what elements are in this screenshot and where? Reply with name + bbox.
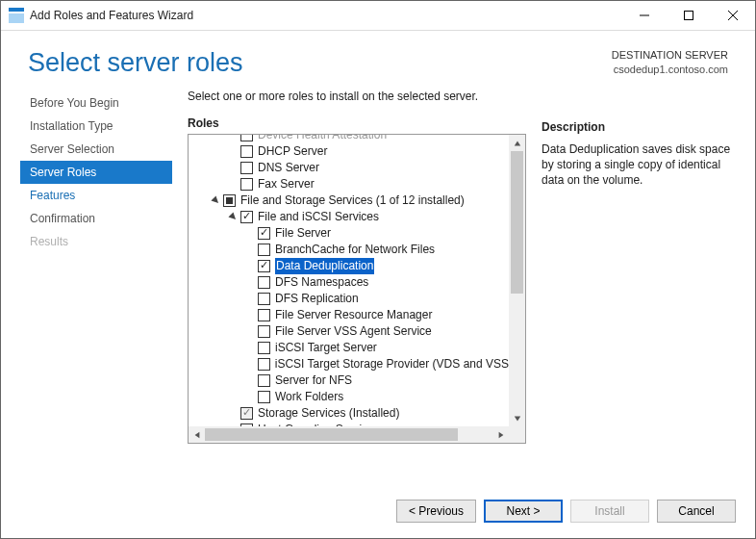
tree-checkbox[interactable]: [240, 162, 253, 174]
tree-checkbox[interactable]: [240, 211, 253, 223]
tree-node-label[interactable]: DFS Replication: [275, 291, 359, 307]
tree-row[interactable]: File Server Resource Manager: [192, 307, 509, 323]
tree-checkbox[interactable]: [240, 178, 253, 191]
tree-node-label[interactable]: iSCSI Target Server: [275, 340, 377, 356]
description-text: Data Deduplication saves disk space by s…: [542, 138, 734, 189]
previous-button[interactable]: < Previous: [396, 500, 476, 523]
tree-node-label[interactable]: Device Health Attestation: [258, 135, 387, 143]
roles-label: Roles: [188, 116, 526, 134]
horizontal-scrollbar[interactable]: [189, 426, 509, 443]
next-button[interactable]: Next >: [484, 500, 563, 523]
tree-node-label[interactable]: Data Deduplication: [275, 258, 374, 274]
nav-step-2[interactable]: Server Selection: [20, 138, 172, 161]
header: Select server roles DESTINATION SERVER c…: [1, 31, 755, 88]
tree-checkbox[interactable]: [258, 325, 270, 338]
tree-row[interactable]: File and Storage Services (1 of 12 insta…: [192, 192, 509, 209]
window-title: Add Roles and Features Wizard: [30, 9, 622, 22]
nav-step-0[interactable]: Before You Begin: [20, 91, 172, 115]
tree-checkbox[interactable]: [258, 374, 270, 387]
vertical-scroll-thumb[interactable]: [511, 151, 523, 294]
scroll-right-arrow[interactable]: [492, 426, 509, 443]
scroll-left-arrow[interactable]: [189, 426, 205, 443]
titlebar: Add Roles and Features Wizard: [1, 1, 755, 31]
roles-tree[interactable]: Device Health AttestationDHCP ServerDNS …: [188, 134, 526, 444]
tree-checkbox[interactable]: [240, 145, 253, 158]
tree-node-label[interactable]: DHCP Server: [258, 143, 327, 160]
vertical-scrollbar[interactable]: [509, 135, 525, 426]
tree-node-label[interactable]: Fax Server: [258, 176, 315, 192]
tree-node-label[interactable]: Work Folders: [275, 389, 343, 405]
nav-step-3[interactable]: Server Roles: [20, 161, 172, 184]
tree-expander-icon[interactable]: [227, 212, 239, 223]
tree-row[interactable]: DFS Namespaces: [192, 274, 509, 291]
tree-node-label[interactable]: DNS Server: [258, 160, 319, 176]
tree-node-label[interactable]: BranchCache for Network Files: [275, 242, 435, 258]
svg-marker-8: [194, 431, 199, 437]
tree-checkbox[interactable]: [258, 260, 270, 272]
tree-checkbox[interactable]: [258, 391, 270, 403]
tree-checkbox[interactable]: [258, 342, 270, 354]
tree-checkbox[interactable]: [258, 358, 270, 371]
tree-row[interactable]: File Server VSS Agent Service: [192, 323, 509, 340]
scroll-up-arrow[interactable]: [509, 135, 525, 151]
tree-node-label[interactable]: File and iSCSI Services: [258, 209, 379, 225]
tree-node-label[interactable]: File Server VSS Agent Service: [275, 323, 432, 340]
tree-checkbox[interactable]: [258, 293, 270, 305]
tree-row[interactable]: iSCSI Target Server: [192, 340, 509, 356]
destination-server: csodedup1.contoso.com: [612, 63, 728, 77]
tree-checkbox[interactable]: [258, 309, 270, 321]
wizard-icon: [9, 8, 24, 23]
tree-node-label[interactable]: Storage Services (Installed): [258, 405, 399, 422]
horizontal-scroll-thumb[interactable]: [205, 428, 458, 441]
tree-checkbox[interactable]: [240, 135, 253, 141]
description-label: Description: [542, 120, 734, 138]
tree-checkbox[interactable]: [258, 244, 270, 256]
tree-node-label[interactable]: iSCSI Target Storage Provider (VDS and V…: [275, 356, 509, 372]
wizard-footer: < Previous Next > Install Cancel: [1, 490, 755, 538]
tree-node-label[interactable]: File Server: [275, 225, 331, 242]
tree-checkbox[interactable]: [240, 407, 253, 420]
tree-row[interactable]: Server for NFS: [192, 372, 509, 389]
tree-row[interactable]: DFS Replication: [192, 291, 509, 307]
svg-marker-6: [514, 141, 519, 145]
tree-node-label[interactable]: File Server Resource Manager: [275, 307, 432, 323]
nav-step-4[interactable]: Features: [20, 184, 172, 207]
instruction-text: Select one or more roles to install on t…: [188, 88, 526, 116]
tree-expander-icon[interactable]: [210, 195, 221, 207]
tree-checkbox[interactable]: [258, 276, 270, 289]
tree-row[interactable]: DHCP Server: [192, 143, 509, 160]
tree-row[interactable]: Fax Server: [192, 176, 509, 192]
tree-row[interactable]: DNS Server: [192, 160, 509, 176]
close-button[interactable]: [711, 1, 755, 30]
install-button[interactable]: Install: [570, 500, 649, 523]
tree-row[interactable]: iSCSI Target Storage Provider (VDS and V…: [192, 356, 509, 372]
tree-node-label[interactable]: Server for NFS: [275, 372, 352, 389]
nav-step-1[interactable]: Installation Type: [20, 115, 172, 138]
nav-step-5[interactable]: Confirmation: [20, 207, 172, 230]
page-title: Select server roles: [28, 48, 243, 78]
tree-checkbox[interactable]: [223, 194, 236, 207]
svg-marker-5: [228, 212, 238, 221]
svg-marker-7: [514, 416, 519, 421]
tree-row[interactable]: Storage Services (Installed): [192, 405, 509, 422]
nav-step-6: Results: [20, 230, 172, 253]
wizard-nav: Before You BeginInstallation TypeServer …: [20, 88, 172, 490]
minimize-button[interactable]: [622, 1, 667, 30]
tree-row[interactable]: File Server: [192, 225, 509, 242]
destination-label: DESTINATION SERVER: [612, 48, 728, 63]
tree-row[interactable]: Device Health Attestation: [192, 135, 509, 143]
cancel-button[interactable]: Cancel: [657, 500, 736, 523]
tree-checkbox[interactable]: [258, 227, 270, 240]
tree-node-label[interactable]: DFS Namespaces: [275, 274, 368, 291]
tree-row[interactable]: Work Folders: [192, 389, 509, 405]
destination-block: DESTINATION SERVER csodedup1.contoso.com: [612, 48, 728, 78]
tree-row[interactable]: File and iSCSI Services: [192, 209, 509, 225]
svg-marker-9: [498, 431, 503, 437]
svg-marker-4: [211, 195, 220, 205]
scroll-down-arrow[interactable]: [509, 410, 525, 426]
svg-rect-1: [685, 12, 693, 20]
maximize-button[interactable]: [667, 1, 711, 30]
tree-row[interactable]: Data Deduplication: [192, 258, 509, 274]
tree-row[interactable]: BranchCache for Network Files: [192, 242, 509, 258]
tree-node-label[interactable]: File and Storage Services (1 of 12 insta…: [240, 192, 465, 209]
